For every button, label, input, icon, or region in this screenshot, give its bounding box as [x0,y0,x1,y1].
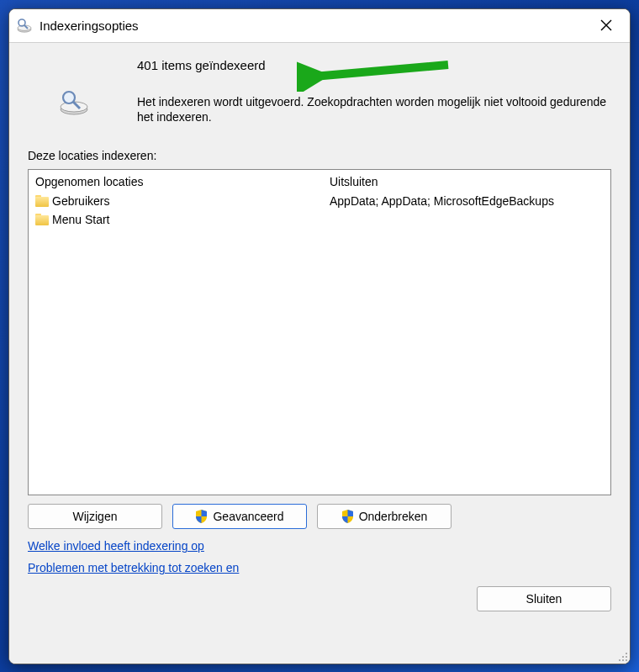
location-name: Menu Start [52,213,109,226]
list-item [330,210,604,229]
locations-section-label: Deze locaties indexeren: [28,149,611,162]
uac-shield-icon [195,510,208,523]
action-button-row: Wijzigen Geavanceerd Onderbreken [28,504,611,529]
uac-shield-icon [341,510,354,523]
indexing-status-message: Het indexeren wordt uitgevoerd. Zoekopdr… [137,94,611,126]
pause-button[interactable]: Onderbreken [317,504,452,529]
indexing-status-icon [58,88,90,126]
window-title: Indexeringsopties [40,19,139,33]
excluded-header: Uitsluiten [330,175,604,188]
modify-button[interactable]: Wijzigen [28,504,162,529]
svg-point-15 [619,659,621,661]
annotation-arrow [297,55,457,92]
svg-point-14 [626,656,627,658]
close-button[interactable]: Sluiten [477,586,611,611]
help-links: Welke invloed heeft indexering op Proble… [28,539,611,574]
close-icon [600,19,612,31]
excluded-value: AppData; AppData; MicrosoftEdgeBackups [330,194,554,208]
svg-point-17 [626,659,627,661]
location-name: Gebruikers [52,194,109,208]
list-item: AppData; AppData; MicrosoftEdgeBackups [330,192,604,210]
list-item[interactable]: Menu Start [35,210,316,229]
folder-icon [35,195,49,207]
folder-icon [35,214,49,225]
help-link-indexing[interactable]: Welke invloed heeft indexering op [28,539,204,553]
svg-point-2 [18,19,25,26]
locations-list: Opgenomen locaties Gebruikers Menu Start… [28,169,611,495]
svg-line-11 [314,65,448,77]
content-area: 401 items geïndexeerd Het indexeren word… [9,43,630,664]
included-header: Opgenomen locaties [35,175,316,188]
advanced-button[interactable]: Geavanceerd [172,504,307,529]
status-area: 401 items geïndexeerd Het indexeren word… [28,55,611,126]
footer-row: Sluiten [28,586,611,611]
indexing-options-window: Indexeringsopties 4 [8,8,631,664]
close-window-button[interactable] [589,8,623,42]
help-link-troubleshoot[interactable]: Problemen met betrekking tot zoeken en [28,561,239,574]
resize-grip-icon[interactable] [616,650,628,662]
svg-point-8 [63,92,75,103]
svg-point-16 [622,659,624,661]
list-item[interactable]: Gebruikers [35,192,316,210]
indexing-icon [16,17,33,34]
titlebar: Indexeringsopties [9,9,630,43]
svg-point-12 [626,653,627,654]
svg-point-13 [622,656,624,658]
